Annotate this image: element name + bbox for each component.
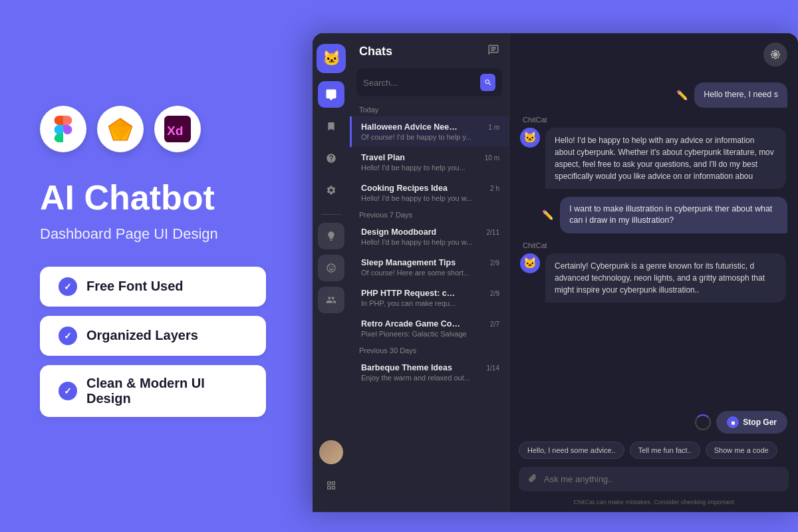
user-msg-1-row: ✏️ Hello there, I need s (520, 82, 787, 108)
svg-text:Xd: Xd (167, 124, 184, 138)
stop-btn-label: Stop Ger (743, 418, 777, 427)
app-logo: 🐱 (317, 44, 346, 73)
chat-preview: In PHP, you can make requ... (361, 299, 499, 307)
sidebar-chat-btn[interactable] (318, 81, 344, 108)
xd-icon: Xd (154, 106, 201, 152)
input-bar (519, 467, 789, 491)
search-input[interactable] (363, 78, 475, 88)
edit-icon: ✏️ (676, 90, 688, 100)
bot-message-2: Certainly! Cyberpunk is a genre known fo… (545, 253, 786, 303)
chat-name: Barbeque Theme Ideas (361, 363, 452, 372)
stop-icon: ■ (727, 416, 739, 428)
chat-name: Halloween Advice Needed (361, 122, 461, 132)
search-button[interactable] (480, 74, 495, 91)
chat-list-header: Chats (350, 33, 509, 65)
feature-label-1: Free Font Used (86, 279, 184, 294)
chat-preview: Hello! I'd be happy to help you w... (361, 194, 499, 202)
sidebar-icons: 🐱 (313, 33, 350, 512)
bot-response-2: ChitCat 🐱 Certainly! Cyberpunk is a genr… (520, 241, 787, 303)
chat-preview: Of course! I'd be happy to help y... (361, 133, 499, 141)
chat-item-halloween[interactable]: Halloween Advice Needed 1 m Of course! I… (350, 116, 509, 147)
attach-icon (528, 473, 537, 485)
user-message-1: Hello there, I need s (694, 82, 787, 108)
dark-mode-toggle[interactable] (763, 43, 787, 66)
chat-preview: Pixel Pioneers: Galactic Salvage (361, 330, 499, 338)
sidebar-group-btn[interactable] (318, 287, 344, 313)
tool-icons: Xd (40, 106, 201, 152)
bot-avatar-1: 🐱 (520, 128, 540, 148)
bot-label-1: ChitCat (520, 116, 787, 124)
stop-generation-button[interactable]: ■ Stop Ger (716, 411, 787, 434)
sidebar-layout-btn[interactable] (318, 472, 344, 499)
chat-top-bar (509, 33, 798, 76)
bot-label-2: ChitCat (520, 241, 787, 249)
check-icon-1: ✓ (59, 277, 77, 296)
chat-preview: Enjoy the warm and relaxed out... (361, 374, 499, 382)
feature-label-2: Organized Layers (86, 328, 198, 343)
check-icon-2: ✓ (59, 327, 77, 345)
chat-item-php[interactable]: PHP HTTP Request: cURL 2/9 In PHP, you c… (350, 283, 509, 313)
chat-name: Retro Arcade Game Concepts (361, 319, 461, 329)
feature-label-3: Clean & Modern UI Design (86, 376, 247, 406)
main-title: AI Chatbot (40, 179, 215, 217)
chat-name: Sleep Management Tips (361, 258, 456, 267)
figma-icon (40, 106, 86, 152)
app-mockup: 🐱 Chats (313, 33, 798, 512)
sidebar-help-btn[interactable] (318, 145, 344, 172)
feature-badge-1: ✓ Free Font Used (40, 267, 266, 307)
quick-prompt-2[interactable]: Tell me fun fact.. (630, 442, 700, 459)
feature-badge-2: ✓ Organized Layers (40, 316, 266, 356)
sidebar-emoji-btn[interactable] (318, 255, 344, 281)
sidebar-lightbulb-btn[interactable] (318, 223, 344, 249)
sidebar-divider (321, 214, 341, 215)
bot-message-1: Hello! I'd be happy to help with any adv… (545, 128, 786, 189)
chat-input[interactable] (544, 474, 779, 484)
chat-main: ✏️ Hello there, I need s ChitCat 🐱 Hello… (509, 33, 798, 512)
section-today: Today (350, 103, 509, 116)
feature-badge-3: ✓ Clean & Modern UI Design (40, 365, 266, 417)
sidebar-settings-btn[interactable] (318, 177, 344, 203)
quick-prompt-3[interactable]: Show me a code (706, 442, 777, 459)
messages-area: ✏️ Hello there, I need s ChitCat 🐱 Hello… (509, 76, 798, 407)
user-avatar[interactable] (319, 440, 343, 464)
bot-avatar-2: 🐱 (520, 253, 540, 273)
sidebar-bookmark-btn[interactable] (318, 113, 344, 140)
chat-preview: Hello! I'd be happy to help you... (361, 164, 499, 172)
chat-name: Design Moodboard (361, 227, 436, 237)
section-7days: Previous 7 Days (350, 208, 509, 221)
loading-spinner (695, 414, 711, 430)
check-icon-3: ✓ (59, 382, 77, 400)
sub-title: Dashboard Page UI Design (40, 225, 218, 243)
chat-preview: Of course! Here are some short... (361, 269, 499, 277)
left-panel: Xd AI Chatbot Dashboard Page UI Design ✓… (0, 0, 319, 532)
sketch-icon (97, 106, 144, 152)
chat-preview: Hello! I'd be happy to help you w... (361, 238, 499, 246)
quick-prompt-1[interactable]: Hello, I need some advice.. (519, 442, 624, 459)
chat-item-sleep[interactable]: Sleep Management Tips 2/9 Of course! Her… (350, 252, 509, 283)
chat-item-retro[interactable]: Retro Arcade Game Concepts 2/7 Pixel Pio… (350, 313, 509, 344)
chat-list-panel: Chats Today Halloween Advice Needed 1 m … (350, 33, 509, 512)
quick-prompts: Hello, I need some advice.. Tell me fun … (509, 438, 798, 463)
user-message-2: I want to make illustration in cyberpunk… (560, 197, 787, 233)
chat-item-design[interactable]: Design Moodboard 2/11 Hello! I'd be happ… (350, 221, 509, 252)
bot-response-1: ChitCat 🐱 Hello! I'd be happy to help wi… (520, 116, 787, 189)
chat-list-title: Chats (359, 45, 392, 59)
chat-name: PHP HTTP Request: cURL (361, 289, 461, 298)
section-30days: Previous 30 Days (350, 344, 509, 357)
chat-name: Cooking Recipes Idea (361, 184, 448, 193)
chat-item-travel[interactable]: Travel Plan 10 m Hello! I'd be happy to … (350, 147, 509, 178)
edit-icon-2: ✏️ (542, 209, 553, 220)
chat-item-cooking[interactable]: Cooking Recipes Idea 2 h Hello! I'd be h… (350, 178, 509, 208)
user-msg-2-row: ✏️ I want to make illustration in cyberp… (520, 197, 787, 233)
search-bar (356, 68, 502, 96)
chat-name: Travel Plan (361, 153, 405, 162)
stop-gen-area: ■ Stop Ger (509, 407, 798, 438)
footer-note: ChitCat can make mistakes. Consider chec… (509, 495, 798, 512)
chat-item-bbq[interactable]: Barbeque Theme Ideas 1/14 Enjoy the warm… (350, 357, 509, 388)
new-chat-icon[interactable] (487, 44, 499, 59)
